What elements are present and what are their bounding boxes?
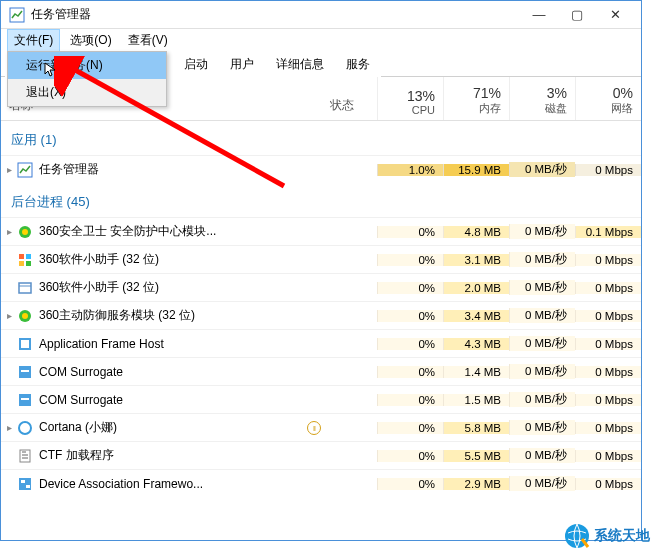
minimize-button[interactable]: — xyxy=(521,3,557,27)
disk-cell: 0 MB/秒 xyxy=(509,224,575,239)
group-background-header[interactable]: 后台进程 (45) xyxy=(1,183,641,217)
cpu-cell: 1.0% xyxy=(377,164,443,176)
cpu-percent: 13% xyxy=(407,88,435,104)
cpu-cell: 0% xyxy=(377,226,443,238)
mem-cell: 1.5 MB xyxy=(443,394,509,406)
group-apps-header[interactable]: 应用 (1) xyxy=(1,121,641,155)
cpu-cell: 0% xyxy=(377,478,443,490)
process-name: Application Frame Host xyxy=(39,337,307,351)
mem-cell: 2.9 MB xyxy=(443,478,509,490)
col-memory-header[interactable]: 71% 内存 xyxy=(443,77,509,120)
svg-rect-6 xyxy=(19,261,24,266)
network-label: 网络 xyxy=(611,101,633,116)
watermark-text: 系统天地 xyxy=(594,527,650,545)
col-cpu-header[interactable]: 13% CPU xyxy=(377,77,443,120)
process-row[interactable]: CTF 加载程序 0% 5.5 MB 0 MB/秒 0 Mbps xyxy=(1,441,641,469)
360-shield-icon xyxy=(17,308,33,324)
menu-run-new-task[interactable]: 运行新任务(N) xyxy=(8,52,166,79)
svg-point-18 xyxy=(19,422,31,434)
watermark: 系统天地 xyxy=(564,523,650,549)
mem-cell: 3.4 MB xyxy=(443,310,509,322)
tab-users[interactable]: 用户 xyxy=(219,51,265,77)
globe-icon xyxy=(564,523,590,549)
maximize-button[interactable]: ▢ xyxy=(559,3,595,27)
net-cell: 0 Mbps xyxy=(575,366,641,378)
net-cell: 0 Mbps xyxy=(575,282,641,294)
process-name: 360安全卫士 安全防护中心模块... xyxy=(39,223,307,240)
cpu-cell: 0% xyxy=(377,254,443,266)
process-row[interactable]: ▸ 360安全卫士 安全防护中心模块... 0% 4.8 MB 0 MB/秒 0… xyxy=(1,217,641,245)
task-manager-icon xyxy=(17,162,33,178)
disk-cell: 0 MB/秒 xyxy=(509,308,575,323)
process-row[interactable]: Device Association Framewo... 0% 2.9 MB … xyxy=(1,469,641,497)
suspended-icon xyxy=(307,421,321,435)
disk-cell: 0 MB/秒 xyxy=(509,448,575,463)
process-row[interactable]: COM Surrogate 0% 1.4 MB 0 MB/秒 0 Mbps xyxy=(1,357,641,385)
net-cell: 0 Mbps xyxy=(575,310,641,322)
menu-options[interactable]: 选项(O) xyxy=(64,30,117,51)
col-disk-header[interactable]: 3% 磁盘 xyxy=(509,77,575,120)
tab-startup[interactable]: 启动 xyxy=(173,51,219,77)
expand-icon[interactable]: ▸ xyxy=(1,422,17,433)
file-menu-dropdown: 运行新任务(N) 退出(X) xyxy=(7,51,167,107)
360-soft-icon xyxy=(17,252,33,268)
process-row[interactable]: ▸ 360主动防御服务模块 (32 位) 0% 3.4 MB 0 MB/秒 0 … xyxy=(1,301,641,329)
process-name: 360软件小助手 (32 位) xyxy=(39,279,307,296)
app-frame-icon xyxy=(17,336,33,352)
process-name: CTF 加载程序 xyxy=(39,447,307,464)
disk-cell: 0 MB/秒 xyxy=(509,280,575,295)
cpu-label: CPU xyxy=(412,104,435,116)
mem-cell: 3.1 MB xyxy=(443,254,509,266)
net-cell: 0.1 Mbps xyxy=(575,226,641,238)
expand-icon[interactable]: ▸ xyxy=(1,310,17,321)
mem-cell: 5.8 MB xyxy=(443,422,509,434)
process-status xyxy=(307,420,377,436)
tab-services[interactable]: 服务 xyxy=(335,51,381,77)
process-name: Cortana (小娜) xyxy=(39,419,307,436)
menubar: 文件(F) 选项(O) 查看(V) xyxy=(1,29,641,51)
com-surrogate-icon xyxy=(17,364,33,380)
memory-label: 内存 xyxy=(479,101,501,116)
process-row[interactable]: ▸ Cortana (小娜) 0% 5.8 MB 0 MB/秒 0 Mbps xyxy=(1,413,641,441)
process-list[interactable]: 应用 (1) ▸ 任务管理器 1.0% 15.9 MB 0 MB/秒 0 Mbp… xyxy=(1,121,641,497)
cpu-cell: 0% xyxy=(377,394,443,406)
menu-exit[interactable]: 退出(X) xyxy=(8,79,166,106)
process-name: Device Association Framewo... xyxy=(39,477,307,491)
window-title: 任务管理器 xyxy=(31,6,521,23)
device-assoc-icon xyxy=(17,476,33,492)
process-name: 360软件小助手 (32 位) xyxy=(39,251,307,268)
mem-cell: 5.5 MB xyxy=(443,450,509,462)
titlebar[interactable]: 任务管理器 — ▢ ✕ xyxy=(1,1,641,29)
process-row[interactable]: 360软件小助手 (32 位) 0% 2.0 MB 0 MB/秒 0 Mbps xyxy=(1,273,641,301)
tab-details[interactable]: 详细信息 xyxy=(265,51,335,77)
mem-cell: 1.4 MB xyxy=(443,366,509,378)
disk-cell: 0 MB/秒 xyxy=(509,420,575,435)
close-button[interactable]: ✕ xyxy=(597,3,633,27)
process-row-task-manager[interactable]: ▸ 任务管理器 1.0% 15.9 MB 0 MB/秒 0 Mbps xyxy=(1,155,641,183)
task-manager-window: 任务管理器 — ▢ ✕ 文件(F) 选项(O) 查看(V) 运行新任务(N) 退… xyxy=(0,0,642,541)
expand-icon[interactable]: ▸ xyxy=(1,164,17,175)
svg-rect-20 xyxy=(19,478,31,490)
col-status-header[interactable]: 状态 xyxy=(307,77,377,120)
cortana-icon xyxy=(17,420,33,436)
memory-percent: 71% xyxy=(473,85,501,101)
col-network-header[interactable]: 0% 网络 xyxy=(575,77,641,120)
process-row[interactable]: 360软件小助手 (32 位) 0% 3.1 MB 0 MB/秒 0 Mbps xyxy=(1,245,641,273)
disk-cell: 0 MB/秒 xyxy=(509,364,575,379)
process-name: COM Surrogate xyxy=(39,365,307,379)
svg-rect-15 xyxy=(21,370,29,372)
svg-rect-22 xyxy=(26,485,30,488)
disk-percent: 3% xyxy=(547,85,567,101)
process-name: 任务管理器 xyxy=(39,161,307,178)
disk-cell: 0 MB/秒 xyxy=(509,392,575,407)
expand-icon[interactable]: ▸ xyxy=(1,226,17,237)
net-cell: 0 Mbps xyxy=(575,422,641,434)
menu-file[interactable]: 文件(F) xyxy=(7,29,60,52)
menu-view[interactable]: 查看(V) xyxy=(122,30,174,51)
window-icon xyxy=(17,280,33,296)
disk-cell: 0 MB/秒 xyxy=(509,336,575,351)
process-row[interactable]: Application Frame Host 0% 4.3 MB 0 MB/秒 … xyxy=(1,329,641,357)
svg-point-11 xyxy=(22,313,28,319)
process-row[interactable]: COM Surrogate 0% 1.5 MB 0 MB/秒 0 Mbps xyxy=(1,385,641,413)
mem-cell: 4.8 MB xyxy=(443,226,509,238)
